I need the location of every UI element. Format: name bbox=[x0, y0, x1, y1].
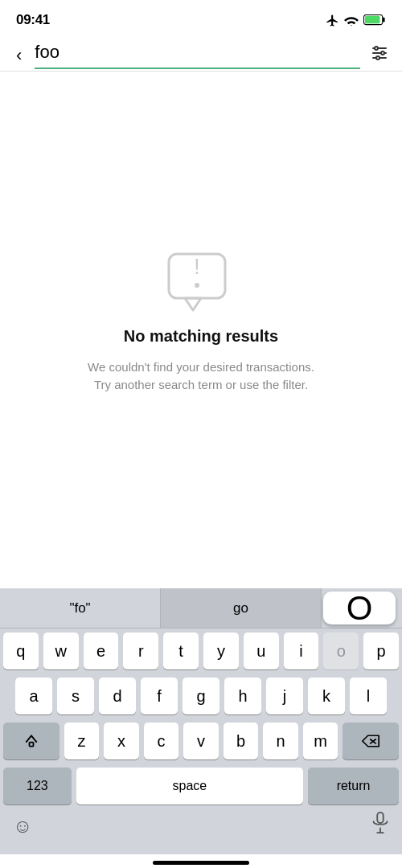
key-b[interactable]: b bbox=[224, 723, 259, 760]
key-g[interactable]: g bbox=[183, 678, 219, 714]
key-return[interactable]: return bbox=[308, 768, 399, 805]
key-a[interactable]: a bbox=[15, 678, 52, 714]
key-v[interactable]: v bbox=[183, 723, 219, 760]
empty-state: ! No matching results We couldn't find y… bbox=[0, 72, 402, 572]
key-f[interactable]: f bbox=[141, 678, 178, 714]
svg-marker-14 bbox=[363, 735, 379, 747]
status-icons bbox=[326, 14, 386, 27]
key-o[interactable]: o bbox=[323, 633, 359, 669]
key-t[interactable]: t bbox=[163, 633, 199, 669]
mic-icon[interactable] bbox=[371, 812, 389, 840]
key-n[interactable]: n bbox=[263, 723, 298, 760]
airplane-icon bbox=[326, 14, 339, 27]
svg-rect-2 bbox=[365, 16, 380, 23]
key-r[interactable]: r bbox=[123, 633, 158, 669]
key-123[interactable]: 123 bbox=[3, 768, 72, 805]
home-indicator bbox=[153, 861, 249, 865]
battery-icon bbox=[363, 14, 386, 26]
suggestion-left[interactable]: "fo" bbox=[0, 588, 161, 628]
keyboard-row-2: a s d f g h j k l bbox=[0, 674, 402, 719]
keyboard-row-4: 123 space return bbox=[0, 764, 402, 809]
key-k[interactable]: k bbox=[308, 678, 345, 714]
empty-title: No matching results bbox=[124, 327, 278, 346]
key-l[interactable]: l bbox=[350, 678, 387, 714]
svg-point-6 bbox=[375, 47, 378, 50]
suggestion-big-o[interactable]: O bbox=[323, 592, 396, 624]
key-p[interactable]: p bbox=[363, 633, 399, 669]
status-bar: 09:41 bbox=[0, 0, 402, 35]
key-j[interactable]: j bbox=[266, 678, 303, 714]
empty-description: We couldn't find your desired transactio… bbox=[88, 358, 314, 395]
search-input[interactable] bbox=[35, 42, 360, 63]
search-header: ‹ bbox=[0, 35, 402, 69]
svg-rect-13 bbox=[29, 743, 33, 747]
key-i[interactable]: i bbox=[284, 633, 319, 669]
key-delete[interactable] bbox=[343, 723, 399, 760]
svg-text:!: ! bbox=[194, 254, 200, 279]
svg-marker-10 bbox=[185, 298, 201, 310]
svg-rect-17 bbox=[377, 813, 383, 823]
keyboard: "fo" go O q w e r t y u i o p a s d f g … bbox=[0, 588, 402, 854]
key-d[interactable]: d bbox=[99, 678, 136, 714]
keyboard-bottom: ☺ bbox=[0, 809, 402, 846]
key-q[interactable]: q bbox=[3, 633, 39, 669]
key-shift[interactable] bbox=[3, 723, 59, 760]
keyboard-suggestions: "fo" go O bbox=[0, 588, 402, 628]
key-x[interactable]: x bbox=[104, 723, 139, 760]
status-time: 09:41 bbox=[16, 12, 50, 28]
home-bar bbox=[0, 854, 402, 868]
keyboard-row-3: z x c v b n m bbox=[0, 719, 402, 764]
emoji-icon[interactable]: ☺ bbox=[13, 815, 33, 837]
key-s[interactable]: s bbox=[57, 678, 94, 714]
key-h[interactable]: h bbox=[224, 678, 261, 714]
key-e[interactable]: e bbox=[84, 633, 119, 669]
suggestion-middle[interactable]: go bbox=[161, 588, 322, 628]
filter-icon[interactable] bbox=[370, 43, 389, 68]
svg-point-7 bbox=[381, 51, 384, 55]
key-space[interactable]: space bbox=[76, 768, 303, 805]
svg-point-12 bbox=[195, 283, 199, 288]
keyboard-row-1: q w e r t y u i o p bbox=[0, 628, 402, 674]
svg-rect-1 bbox=[383, 18, 385, 23]
svg-point-8 bbox=[376, 56, 379, 59]
wifi-icon bbox=[344, 14, 359, 26]
search-input-wrap bbox=[35, 42, 360, 69]
back-button[interactable]: ‹ bbox=[13, 43, 25, 68]
key-w[interactable]: w bbox=[43, 633, 79, 669]
key-z[interactable]: z bbox=[64, 723, 100, 760]
key-c[interactable]: c bbox=[144, 723, 179, 760]
key-m[interactable]: m bbox=[303, 723, 338, 760]
key-u[interactable]: u bbox=[244, 633, 279, 669]
key-y[interactable]: y bbox=[203, 633, 239, 669]
no-results-icon: ! bbox=[165, 250, 237, 314]
